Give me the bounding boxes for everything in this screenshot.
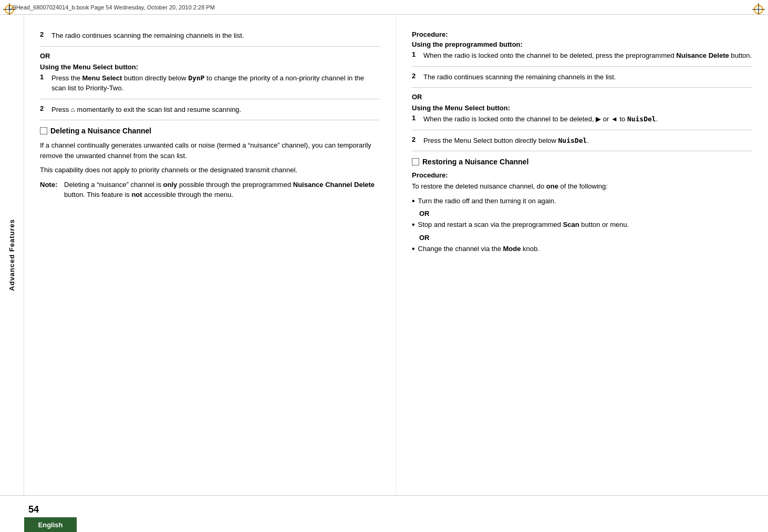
left-column: 2 The radio continues scanning the remai…	[24, 15, 396, 495]
b2-bold: Scan	[563, 221, 579, 228]
bullet-3-text: Change the channel via the Mode knob.	[418, 244, 539, 255]
right-column: Procedure: Using the preprogrammed butto…	[396, 15, 768, 495]
step-2-intro-text: The radio continues scanning the remaini…	[51, 30, 380, 41]
note-bold3: not	[131, 191, 142, 199]
footer: 54 English	[0, 495, 768, 532]
language-tab: English	[24, 517, 77, 532]
bullet-3: • Change the channel via the Mode knob.	[412, 244, 752, 255]
s1m2-before: When the radio is locked onto the channe…	[423, 115, 596, 123]
s1m2-mono: NuisDel	[627, 115, 656, 123]
deleting-body1: If a channel continually generates unwan…	[40, 140, 380, 161]
step-num-1-preprog: 1	[412, 50, 419, 61]
using-preprog-heading: Using the preprogrammed button:	[412, 40, 752, 48]
procedure-label-1: Procedure:	[412, 30, 752, 38]
b3-bold: Mode	[503, 245, 521, 253]
bullet-dot-2: •	[412, 220, 415, 231]
b3-after: knob.	[521, 245, 539, 253]
arrow-right-icon: ▶	[596, 115, 601, 123]
step-num-2-preprog: 2	[412, 72, 419, 82]
step1-text-mid: button directly below	[122, 74, 188, 82]
top-bar: O9Head_68007024014_b.book Page 54 Wednes…	[0, 0, 768, 15]
step1-bold1: Menu Select	[82, 74, 122, 82]
restore-bold: one	[546, 182, 558, 190]
step-1-menu2-text: When the radio is locked onto the channe…	[423, 114, 752, 124]
note-text-end: accessible through the menu.	[142, 191, 233, 199]
or-label-2: OR	[412, 93, 752, 101]
step-2-preprog: 2 The radio continues scanning the remai…	[412, 72, 752, 88]
s2m2-before: Press the Menu Select button directly be…	[423, 137, 558, 144]
note-bold1: only	[163, 181, 178, 189]
using-menu2-heading: Using the Menu Select button:	[412, 104, 752, 112]
sidebar-label: Advanced Features	[8, 219, 16, 291]
step2-text-after: momentarily to exit the scan list and re…	[77, 106, 241, 113]
s1m2-after: to	[618, 115, 627, 123]
step1-mono1: DynP	[188, 74, 204, 82]
b2-after: button or menu.	[579, 221, 629, 228]
step1-text-before: Press the	[51, 74, 82, 82]
file-info: O9Head_68007024014_b.book Page 54 Wednes…	[8, 4, 215, 11]
step2-text-before: Press	[51, 106, 71, 113]
home-icon: ⌂	[71, 106, 75, 113]
s2m2-mono: NuisDel	[558, 137, 587, 144]
or-indent-4: OR	[419, 234, 752, 242]
or-label-1: OR	[40, 52, 380, 60]
or-indent-3: OR	[419, 210, 752, 217]
arrow-left-icon: ◄	[611, 115, 618, 123]
bullet-2-text: Stop and restart a scan via the preprogr…	[418, 220, 629, 231]
step-num-2-intro: 2	[40, 30, 47, 41]
bullet-1-text: Turn the radio off and then turning it o…	[418, 196, 556, 207]
reg-mark-top-left	[3, 3, 16, 16]
s1m2-mid: or	[601, 115, 611, 123]
deleting-heading-text: Deleting a Nuisance Channel	[50, 127, 151, 135]
step-2-menu2: 2 Press the Menu Select button directly …	[412, 135, 752, 152]
step-1-menu2: 1 When the radio is locked onto the chan…	[412, 114, 752, 130]
bullet-1: • Turn the radio off and then turning it…	[412, 196, 752, 207]
step-1-menu-text: Press the Menu Select button directly be…	[51, 73, 380, 93]
using-menu-select-heading: Using the Menu Select button:	[40, 63, 380, 71]
step-2-menu-text: Press ⌂ momentarily to exit the scan lis…	[51, 105, 380, 115]
s2m2-after: .	[587, 137, 589, 144]
note-block: Note: Deleting a “nuisance” channel is o…	[40, 180, 380, 200]
restoring-heading-text: Restoring a Nuisance Channel	[422, 158, 528, 166]
sidebar: Advanced Features	[0, 15, 24, 495]
step-2-intro: 2 The radio continues scanning the remai…	[40, 30, 380, 47]
step-num-1-menu2: 1	[412, 114, 419, 124]
s1m2-end: .	[656, 115, 658, 123]
procedure-label-2: Procedure:	[412, 171, 752, 179]
note-label: Note:	[40, 180, 60, 200]
step-1-preprog-text: When the radio is locked onto the channe…	[423, 50, 752, 61]
s1p-before: When the radio is locked onto the channe…	[423, 51, 676, 59]
step-1-menu: 1 Press the Menu Select button directly …	[40, 73, 380, 99]
section-icon-deleting	[40, 127, 47, 134]
step-num-2-menu2: 2	[412, 135, 419, 146]
bullet-dot-1: •	[412, 196, 415, 207]
step-2-menu2-text: Press the Menu Select button directly be…	[423, 135, 752, 146]
reg-mark-top-right	[752, 3, 765, 16]
restoring-heading: Restoring a Nuisance Channel	[412, 158, 752, 166]
step-num-2-menu: 2	[40, 105, 47, 115]
deleting-heading: Deleting a Nuisance Channel	[40, 127, 380, 135]
s1p-after: button.	[729, 51, 752, 59]
main-content: 2 The radio continues scanning the remai…	[24, 15, 768, 495]
note-bold2: Nuisance Channel Delete	[293, 181, 375, 189]
note-text-after: button. This feature is	[64, 191, 131, 199]
note-text-before: Deleting a “nuisance” channel is	[64, 181, 163, 189]
bullet-2: • Stop and restart a scan via the prepro…	[412, 220, 752, 231]
b3-before: Change the channel via the	[418, 245, 503, 253]
note-content: Deleting a “nuisance” channel is only po…	[64, 180, 380, 200]
section-icon-restoring	[412, 158, 419, 165]
restore-intro-text: To restore the deleted nuisance channel,…	[412, 182, 546, 190]
restore-intro: To restore the deleted nuisance channel,…	[412, 181, 752, 192]
step-2-menu: 2 Press ⌂ momentarily to exit the scan l…	[40, 105, 380, 121]
b2-before: Stop and restart a scan via the preprogr…	[418, 221, 563, 228]
bullet-dot-3: •	[412, 244, 415, 255]
restore-after: of the following:	[558, 182, 608, 190]
deleting-body2: This capability does not apply to priori…	[40, 165, 380, 175]
note-text-mid: possible through the preprogrammed	[177, 181, 293, 189]
step-num-1-menu: 1	[40, 73, 47, 93]
s1p-bold1: Nuisance Delete	[676, 51, 729, 59]
step-2-preprog-text: The radio continues scanning the remaini…	[423, 72, 752, 82]
page-number: 54	[24, 503, 43, 516]
language-text: English	[38, 521, 63, 529]
step-1-preprog: 1 When the radio is locked onto the chan…	[412, 50, 752, 67]
